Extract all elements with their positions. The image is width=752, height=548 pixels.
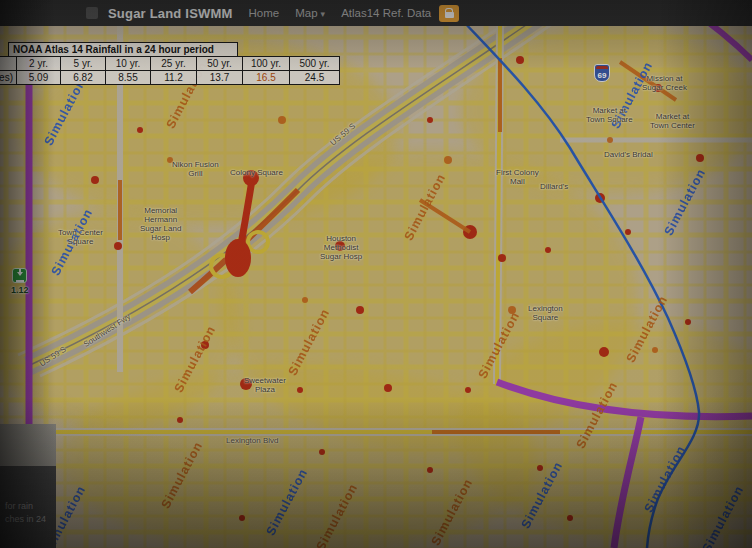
info-panel-text: ches in 24: [5, 513, 56, 526]
marker-value: 1.12: [11, 285, 29, 295]
menu-item-home[interactable]: Home: [249, 7, 280, 19]
rainfall-value: 8.55: [105, 70, 151, 85]
return-period-header: 25 yr.: [150, 56, 197, 71]
chevron-down-icon: ▾: [321, 9, 326, 19]
info-panel-lines: for rainches in 24: [5, 500, 56, 526]
app-window: SimulationSimulationSimulationSimulation…: [0, 0, 752, 548]
return-period-header: 2 yr.: [16, 56, 61, 71]
highway-shield: 69: [594, 64, 610, 82]
rainfall-table-grid: 2 yr.5 yr.10 yr.25 yr.50 yr.100 yr.500 y…: [0, 56, 340, 85]
row-label-cell: es): [0, 70, 17, 85]
app-header: Sugar Land ISWMM HomeMap▾Atlas14 Ref. Da…: [0, 0, 752, 26]
rainfall-value: 24.5: [289, 70, 340, 85]
row-label-cell: [0, 56, 17, 71]
rainfall-value: 16.5: [242, 70, 290, 85]
table-header-row: 2 yr.5 yr.10 yr.25 yr.50 yr.100 yr.500 y…: [0, 56, 340, 71]
table-values-row: es) 5.096.828.5511.213.716.524.5: [0, 71, 340, 85]
app-title: Sugar Land ISWMM: [108, 6, 233, 21]
return-period-header: 10 yr.: [105, 56, 151, 71]
return-period-header: 100 yr.: [242, 56, 290, 71]
side-panel-fragment: [0, 424, 56, 466]
basemap-button[interactable]: [439, 5, 459, 22]
info-panel-text: for rain: [5, 500, 56, 513]
return-period-header: 500 yr.: [289, 56, 340, 71]
return-period-header: 5 yr.: [60, 56, 106, 71]
rainfall-value: 11.2: [150, 70, 197, 85]
menu-item-atlas14-ref-data[interactable]: Atlas14 Ref. Data: [341, 7, 431, 19]
rainfall-value: 5.09: [16, 70, 61, 85]
info-panel: for rainches in 24: [0, 466, 56, 548]
rainfall-table-title: NOAA Atlas 14 Rainfall in a 24 hour peri…: [8, 42, 238, 57]
app-logo: [86, 7, 98, 19]
header-menu: HomeMap▾Atlas14 Ref. Data: [249, 7, 432, 19]
highway-shield-number: 69: [598, 71, 607, 80]
download-arrow-icon: [12, 268, 27, 283]
rainfall-value: 13.7: [196, 70, 243, 85]
rainfall-marker[interactable]: 1.12: [11, 268, 29, 295]
menu-item-map[interactable]: Map▾: [295, 7, 325, 19]
rainfall-value: 6.82: [60, 70, 106, 85]
return-period-header: 50 yr.: [196, 56, 243, 71]
lock-icon: [445, 8, 454, 18]
